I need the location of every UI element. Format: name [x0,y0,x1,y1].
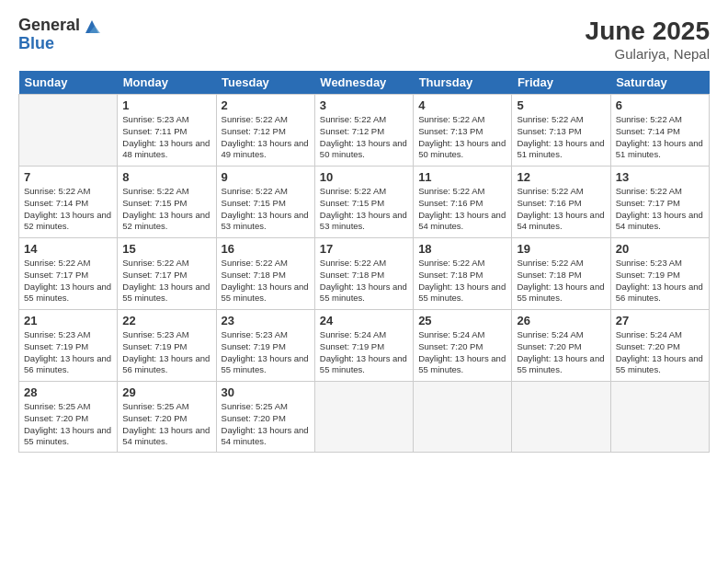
table-row[interactable]: 8Sunrise: 5:22 AMSunset: 7:15 PMDaylight… [118,167,216,238]
day-number: 10 [320,170,408,184]
table-row[interactable]: 7Sunrise: 5:22 AMSunset: 7:14 PMDaylight… [19,167,118,238]
day-number: 9 [222,170,310,184]
day-info: Sunrise: 5:22 AMSunset: 7:17 PMDaylight:… [24,258,112,304]
table-row[interactable]: 21Sunrise: 5:23 AMSunset: 7:19 PMDayligh… [19,310,118,382]
day-info: Sunrise: 5:24 AMSunset: 7:20 PMDaylight:… [418,329,506,376]
day-number: 19 [517,242,605,256]
day-info: Sunrise: 5:22 AMSunset: 7:14 PMDaylight:… [616,114,704,161]
day-info: Sunrise: 5:22 AMSunset: 7:15 PMDaylight:… [320,186,408,233]
table-row[interactable]: 18Sunrise: 5:22 AMSunset: 7:18 PMDayligh… [414,238,512,310]
header-friday: Friday [512,71,610,95]
day-number: 22 [122,314,210,327]
table-row[interactable]: 12Sunrise: 5:22 AMSunset: 7:16 PMDayligh… [512,167,610,238]
day-info: Sunrise: 5:22 AMSunset: 7:17 PMDaylight:… [122,258,210,304]
calendar-week-row: 7Sunrise: 5:22 AMSunset: 7:14 PMDaylight… [19,167,710,238]
day-info: Sunrise: 5:22 AMSunset: 7:18 PMDaylight:… [418,258,506,304]
logo: General Blue [18,17,102,53]
day-info: Sunrise: 5:22 AMSunset: 7:13 PMDaylight:… [418,114,506,161]
day-info: Sunrise: 5:23 AMSunset: 7:19 PMDaylight:… [122,329,210,376]
day-info: Sunrise: 5:24 AMSunset: 7:20 PMDaylight:… [517,329,605,376]
table-row[interactable]: 16Sunrise: 5:22 AMSunset: 7:18 PMDayligh… [216,238,314,310]
day-info: Sunrise: 5:22 AMSunset: 7:16 PMDaylight:… [418,186,506,233]
calendar-title: June 2025 [586,17,710,46]
day-number: 2 [222,98,310,112]
day-info: Sunrise: 5:25 AMSunset: 7:20 PMDaylight:… [222,401,310,448]
day-info: Sunrise: 5:25 AMSunset: 7:20 PMDaylight:… [122,401,210,448]
day-number: 26 [517,314,605,327]
logo-icon [82,17,102,37]
day-number: 25 [418,314,506,327]
calendar-week-row: 21Sunrise: 5:23 AMSunset: 7:19 PMDayligh… [19,310,710,382]
day-info: Sunrise: 5:23 AMSunset: 7:19 PMDaylight:… [222,329,310,376]
day-info: Sunrise: 5:24 AMSunset: 7:19 PMDaylight:… [320,329,408,376]
table-row[interactable]: 20Sunrise: 5:23 AMSunset: 7:19 PMDayligh… [610,238,709,310]
day-number: 16 [222,242,310,256]
table-row[interactable]: 10Sunrise: 5:22 AMSunset: 7:15 PMDayligh… [314,167,413,238]
table-row[interactable]: 26Sunrise: 5:24 AMSunset: 7:20 PMDayligh… [512,310,610,382]
day-number: 15 [122,242,210,256]
day-number: 18 [418,242,506,256]
day-number: 6 [616,98,704,112]
day-info: Sunrise: 5:22 AMSunset: 7:12 PMDaylight:… [222,114,310,161]
day-info: Sunrise: 5:22 AMSunset: 7:17 PMDaylight:… [616,186,704,233]
day-number: 20 [616,242,704,256]
day-info: Sunrise: 5:22 AMSunset: 7:18 PMDaylight:… [320,258,408,304]
day-number: 11 [418,170,506,184]
table-row[interactable]: 24Sunrise: 5:24 AMSunset: 7:19 PMDayligh… [314,310,413,382]
table-row[interactable]: 28Sunrise: 5:25 AMSunset: 7:20 PMDayligh… [19,382,118,453]
day-info: Sunrise: 5:22 AMSunset: 7:12 PMDaylight:… [320,114,408,161]
day-number: 8 [122,170,210,184]
day-number: 4 [418,98,506,112]
table-row[interactable]: 30Sunrise: 5:25 AMSunset: 7:20 PMDayligh… [216,382,314,453]
day-number: 5 [517,98,605,112]
day-info: Sunrise: 5:22 AMSunset: 7:13 PMDaylight:… [517,114,605,161]
day-number: 29 [122,385,210,399]
day-number: 27 [616,314,704,327]
table-row[interactable]: 23Sunrise: 5:23 AMSunset: 7:19 PMDayligh… [216,310,314,382]
table-row[interactable]: 27Sunrise: 5:24 AMSunset: 7:20 PMDayligh… [610,310,709,382]
header-thursday: Thursday [414,71,512,95]
calendar-week-row: 1Sunrise: 5:23 AMSunset: 7:11 PMDaylight… [19,95,710,167]
table-row [512,382,610,453]
day-number: 30 [222,385,310,399]
table-row[interactable]: 1Sunrise: 5:23 AMSunset: 7:11 PMDaylight… [118,95,216,167]
title-block: June 2025 Gulariya, Nepal [586,17,710,62]
header-wednesday: Wednesday [314,71,413,95]
logo-blue: Blue [18,35,80,53]
day-number: 24 [320,314,408,327]
day-info: Sunrise: 5:22 AMSunset: 7:14 PMDaylight:… [24,186,112,233]
table-row [19,95,118,167]
table-row[interactable]: 17Sunrise: 5:22 AMSunset: 7:18 PMDayligh… [314,238,413,310]
day-info: Sunrise: 5:23 AMSunset: 7:11 PMDaylight:… [122,114,210,161]
day-info: Sunrise: 5:22 AMSunset: 7:15 PMDaylight:… [122,186,210,233]
day-number: 12 [517,170,605,184]
table-row[interactable]: 25Sunrise: 5:24 AMSunset: 7:20 PMDayligh… [414,310,512,382]
calendar-subtitle: Gulariya, Nepal [586,46,710,62]
day-info: Sunrise: 5:24 AMSunset: 7:20 PMDaylight:… [616,329,704,376]
table-row [610,382,709,453]
table-row[interactable]: 5Sunrise: 5:22 AMSunset: 7:13 PMDaylight… [512,95,610,167]
table-row[interactable]: 4Sunrise: 5:22 AMSunset: 7:13 PMDaylight… [414,95,512,167]
table-row[interactable]: 22Sunrise: 5:23 AMSunset: 7:19 PMDayligh… [118,310,216,382]
table-row[interactable]: 13Sunrise: 5:22 AMSunset: 7:17 PMDayligh… [610,167,709,238]
day-number: 7 [24,170,112,184]
table-row[interactable]: 2Sunrise: 5:22 AMSunset: 7:12 PMDaylight… [216,95,314,167]
table-row[interactable]: 3Sunrise: 5:22 AMSunset: 7:12 PMDaylight… [314,95,413,167]
header-saturday: Saturday [610,71,709,95]
table-row[interactable]: 9Sunrise: 5:22 AMSunset: 7:15 PMDaylight… [216,167,314,238]
table-row[interactable]: 14Sunrise: 5:22 AMSunset: 7:17 PMDayligh… [19,238,118,310]
table-row[interactable]: 29Sunrise: 5:25 AMSunset: 7:20 PMDayligh… [118,382,216,453]
day-number: 28 [24,385,112,399]
day-info: Sunrise: 5:25 AMSunset: 7:20 PMDaylight:… [24,401,112,448]
table-row[interactable]: 11Sunrise: 5:22 AMSunset: 7:16 PMDayligh… [414,167,512,238]
table-row[interactable]: 15Sunrise: 5:22 AMSunset: 7:17 PMDayligh… [118,238,216,310]
header-monday: Monday [118,71,216,95]
day-info: Sunrise: 5:22 AMSunset: 7:18 PMDaylight:… [517,258,605,304]
table-row[interactable]: 19Sunrise: 5:22 AMSunset: 7:18 PMDayligh… [512,238,610,310]
day-number: 13 [616,170,704,184]
calendar-page: General Blue June 2025 Gulariya, Nepal S… [0,0,728,563]
day-number: 23 [222,314,310,327]
table-row[interactable]: 6Sunrise: 5:22 AMSunset: 7:14 PMDaylight… [610,95,709,167]
day-info: Sunrise: 5:22 AMSunset: 7:18 PMDaylight:… [222,258,310,304]
day-info: Sunrise: 5:23 AMSunset: 7:19 PMDaylight:… [616,258,704,304]
